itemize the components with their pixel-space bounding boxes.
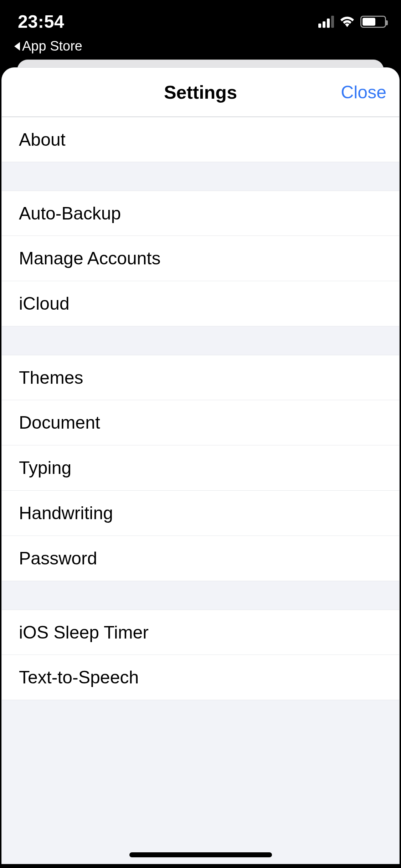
row-about[interactable]: About: [2, 117, 399, 162]
section-gap: [2, 326, 399, 355]
row-manage-accounts[interactable]: Manage Accounts: [2, 236, 399, 281]
row-label: iCloud: [19, 293, 70, 314]
row-label: Manage Accounts: [19, 248, 161, 269]
row-typing[interactable]: Typing: [2, 445, 399, 491]
wifi-icon: [339, 16, 355, 28]
settings-section-2: Auto-Backup Manage Accounts iCloud: [2, 191, 399, 326]
row-handwriting[interactable]: Handwriting: [2, 491, 399, 536]
battery-icon: [360, 16, 386, 28]
row-label: Auto-Backup: [19, 203, 121, 224]
row-label: Text-to-Speech: [19, 667, 139, 688]
section-gap: [2, 162, 399, 191]
row-auto-backup[interactable]: Auto-Backup: [2, 191, 399, 236]
status-right: [318, 16, 386, 28]
row-label: iOS Sleep Timer: [19, 622, 149, 643]
row-label: Document: [19, 412, 100, 433]
row-themes[interactable]: Themes: [2, 355, 399, 400]
settings-section-4: iOS Sleep Timer Text-to-Speech: [2, 610, 399, 700]
row-ios-sleep-timer[interactable]: iOS Sleep Timer: [2, 610, 399, 655]
row-label: Themes: [19, 367, 83, 388]
close-button[interactable]: Close: [341, 68, 386, 117]
modal-title: Settings: [164, 82, 237, 103]
settings-modal: Settings Close About Auto-Backup Manage …: [1, 67, 400, 864]
row-label: Typing: [19, 458, 71, 478]
row-password[interactable]: Password: [2, 536, 399, 581]
status-time: 23:54: [18, 11, 64, 32]
back-triangle-icon: [14, 42, 20, 51]
row-label: Password: [19, 548, 97, 569]
home-indicator[interactable]: [129, 852, 272, 857]
status-bar: 23:54: [0, 0, 401, 37]
row-icloud[interactable]: iCloud: [2, 281, 399, 326]
row-document[interactable]: Document: [2, 400, 399, 445]
cellular-signal-icon: [318, 16, 334, 28]
settings-section-3: Themes Document Typing Handwriting Passw…: [2, 355, 399, 581]
row-text-to-speech[interactable]: Text-to-Speech: [2, 655, 399, 700]
row-label: About: [19, 129, 66, 150]
section-gap: [2, 581, 399, 610]
breadcrumb-label: App Store: [22, 38, 82, 54]
settings-section-1: About: [2, 117, 399, 162]
modal-header: Settings Close: [2, 68, 399, 117]
row-label: Handwriting: [19, 503, 113, 523]
breadcrumb-back-appstore[interactable]: App Store: [0, 37, 401, 60]
